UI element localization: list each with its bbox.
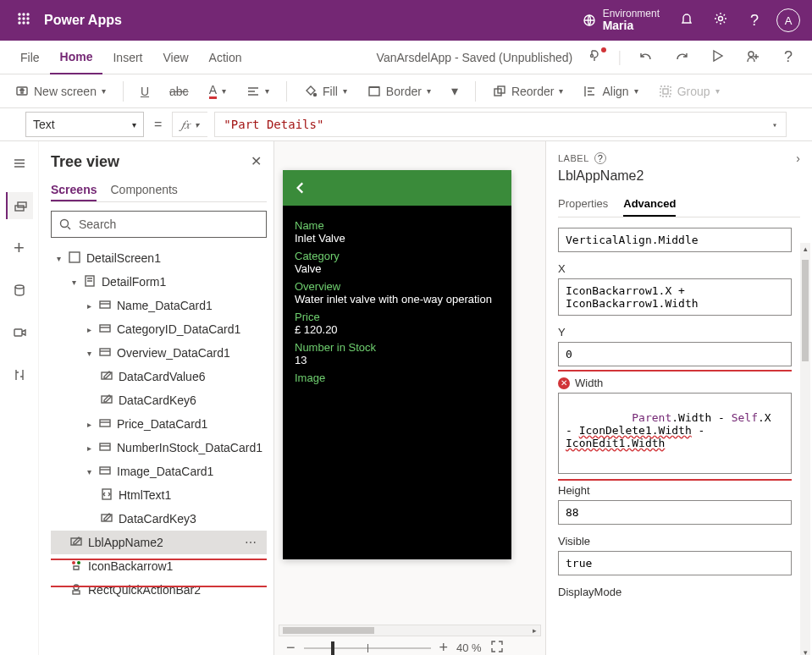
zoom-slider[interactable] [304,647,431,649]
menu-file[interactable]: File [10,41,50,74]
val-stock: 13 [295,354,500,366]
lbl-price: Price [295,311,500,323]
redo-icon[interactable] [668,49,695,66]
notifications-icon[interactable] [670,12,704,30]
doc-title: VanArsdelApp - Saved (Unpublished) [377,51,573,64]
kw-parent: Parent [632,411,671,424]
node-stock-card[interactable]: ▸ NumberInStock_DataCard1 [51,436,267,460]
node-dck3[interactable]: DataCardKey3 [51,507,267,531]
node-label: LblAppName2 [88,536,163,549]
new-screen-button[interactable]: New screen ▾ [7,78,114,105]
svg-rect-18 [660,86,671,96]
node-iconback[interactable]: IconBackarrow1 [51,554,267,578]
app-checker-icon[interactable] [581,49,608,66]
node-dcv6[interactable]: DataCardValue6 [51,365,267,388]
rail-hamburger-icon[interactable] [6,150,33,177]
play-icon[interactable] [704,49,731,66]
rail-tree-icon[interactable] [6,192,33,219]
menu-insert[interactable]: Insert [102,41,152,74]
preview-back-icon[interactable] [283,170,511,206]
tab-advanced[interactable]: Advanced [623,192,676,217]
reorder-label: Reorder [511,85,555,98]
node-label: CategoryID_DataCard1 [117,322,240,336]
help2-icon[interactable]: ? [775,48,802,66]
strike-button[interactable]: abc [161,78,197,105]
node-detailscreen[interactable]: ▾ DetailScreen1 [51,246,267,270]
node-category-card[interactable]: ▸ CategoryID_DataCard1 [51,317,267,341]
svg-point-24 [61,220,69,228]
share-icon[interactable] [739,49,766,66]
border-button[interactable]: Border▾ [359,78,439,105]
help-icon[interactable]: ? [737,12,771,30]
prop-visible-input[interactable]: true [558,551,792,575]
property-selector-value: Text [33,118,55,131]
rail-media-icon[interactable] [6,319,33,346]
pane-expand-icon[interactable]: › [796,151,800,165]
zoom-fit-icon[interactable] [490,640,504,655]
node-name-card[interactable]: ▸ Name_DataCard1 [51,294,267,317]
zoom-out-button[interactable]: − [286,639,296,655]
align-button[interactable]: Align▾ [575,78,646,105]
font-color-button[interactable]: A▾ [201,78,235,105]
zoom-in-button[interactable]: + [439,639,449,655]
underline-button[interactable]: U [132,78,157,105]
product-name: Power Apps [41,13,125,28]
env-name: Maria [603,19,660,32]
node-lblappname[interactable]: LblAppName2 ⋯ [51,531,267,554]
prop-height-input[interactable]: 88 [558,500,792,525]
reorder-button[interactable]: Reorder▾ [484,78,572,105]
props-scrollbar[interactable]: ▴ ▾ [800,243,810,655]
node-price-card[interactable]: ▸ Price_DataCard1 [51,412,267,436]
node-label: HtmlText1 [119,488,171,502]
tab-screens[interactable]: Screens [51,179,97,201]
settings-icon[interactable] [704,12,737,30]
rail-tools-icon[interactable] [6,361,33,388]
pane-info-icon[interactable]: ? [594,152,606,164]
equals-icon: = [151,117,165,132]
error-icon[interactable]: ✕ [558,377,570,389]
canvas-scrollbar-x[interactable]: ◂ ▸ [279,625,541,636]
svg-rect-23 [14,329,22,336]
rail-data-icon[interactable] [6,277,33,304]
waffle-icon[interactable] [7,12,41,29]
prop-width-input[interactable]: Parent.Width - Self.X - IconDelete1.Widt… [558,393,792,474]
zoom-value: 40 % [456,641,482,654]
tree-title: Tree view [51,153,267,171]
node-image-card[interactable]: ▾ Image_DataCard1 [51,460,267,483]
tab-components[interactable]: Components [110,179,177,201]
tree-search[interactable]: Search [51,211,267,238]
node-more-icon[interactable]: ⋯ [245,536,258,549]
rail-insert-icon[interactable]: + [6,234,33,261]
menu-view[interactable]: View [152,41,198,74]
val-name: Inlet Valve [295,232,500,245]
app-preview[interactable]: Name Inlet Valve Category Valve Overview… [283,170,511,559]
avatar[interactable]: A [776,8,800,32]
node-detailform[interactable]: ▾ DetailForm1 [51,270,267,294]
undo-icon[interactable] [632,49,660,66]
txt: .Width - [671,411,731,424]
tab-properties[interactable]: Properties [558,192,608,217]
align-text-button[interactable]: ▾ [238,78,278,105]
menu-action[interactable]: Action [199,41,252,74]
close-icon[interactable]: ✕ [251,153,262,169]
fx-indicator[interactable]: 𝑓𝑥▾ [172,112,207,137]
svg-rect-34 [100,467,110,474]
svg-rect-20 [15,206,24,211]
pane-element-name: LblAppName2 [558,168,800,184]
prop-x-input[interactable]: IconBackarrow1.X + IconBackarrow1.Width [558,278,792,316]
node-rectbar[interactable]: RectQuickActionBar2 [51,578,267,602]
group-button: Group▾ [650,78,728,105]
node-label: DataCardKey6 [119,394,196,407]
prop-vertical-align-input[interactable]: VerticalAlign.Middle [558,228,792,252]
fill-button[interactable]: Fill▾ [296,78,356,105]
svg-rect-19 [663,89,668,94]
node-html1[interactable]: HtmlText1 [51,483,267,507]
formula-input[interactable]: "Part Details" ▾ [214,112,787,137]
more-format-button[interactable]: ▾ [443,78,467,105]
property-selector[interactable]: Text▾ [25,112,144,137]
prop-y-input[interactable]: 0 [558,342,792,366]
menu-home[interactable]: Home [50,41,103,74]
node-dck6[interactable]: DataCardKey6 [51,388,267,412]
environment-picker[interactable]: Environment Maria [572,8,670,33]
node-overview-card[interactable]: ▾ Overview_DataCard1 [51,341,267,365]
